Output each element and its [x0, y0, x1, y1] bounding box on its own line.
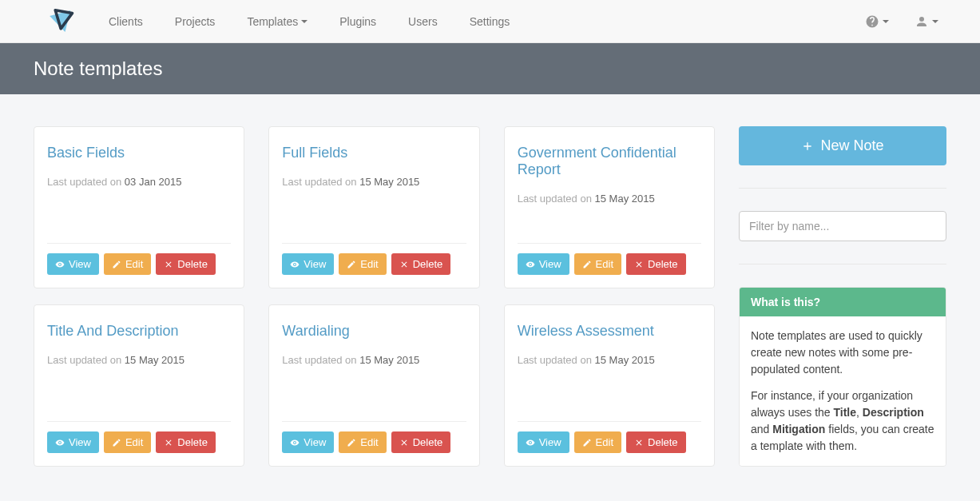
template-title[interactable]: Government Confidential Report [518, 145, 701, 178]
template-meta: Last updated on 15 May 2015 [282, 176, 466, 227]
x-icon [399, 438, 409, 447]
card-actions: View Edit Delete [282, 253, 466, 275]
delete-button[interactable]: Delete [391, 431, 451, 453]
divider [739, 264, 946, 264]
plus-icon [801, 140, 814, 153]
view-label: View [539, 436, 561, 448]
template-title[interactable]: Basic Fields [47, 145, 231, 161]
template-card: Wireless Assessment Last updated on 15 M… [504, 304, 715, 467]
pencil-icon [347, 260, 356, 269]
view-button[interactable]: View [47, 253, 99, 275]
edit-label: Edit [125, 258, 143, 270]
template-date: 15 May 2015 [595, 193, 655, 205]
help-panel: What is this? Note templates are used to… [739, 287, 946, 467]
view-button[interactable]: View [47, 431, 99, 453]
eye-icon [55, 260, 65, 269]
view-label: View [539, 258, 561, 270]
delete-button[interactable]: Delete [156, 253, 216, 275]
template-title[interactable]: Wireless Assessment [518, 323, 701, 340]
chevron-down-icon [301, 20, 307, 23]
chevron-down-icon [883, 20, 889, 23]
help-panel-heading: What is this? [740, 288, 946, 316]
last-updated-label: Last updated on [47, 354, 125, 366]
nav-projects[interactable]: Projects [159, 2, 232, 41]
eye-icon [55, 438, 65, 447]
last-updated-label: Last updated on [282, 176, 359, 188]
template-card: Wardialing Last updated on 15 May 2015 V… [268, 304, 479, 467]
delete-button[interactable]: Delete [391, 253, 451, 275]
delete-label: Delete [177, 436, 208, 448]
card-actions: View Edit Delete [47, 253, 231, 275]
template-card: Government Confidential Report Last upda… [504, 126, 715, 288]
delete-label: Delete [413, 436, 443, 448]
help-menu[interactable] [855, 6, 899, 37]
last-updated-label: Last updated on [518, 193, 595, 205]
view-button[interactable]: View [282, 431, 334, 453]
last-updated-label: Last updated on [47, 176, 125, 188]
view-button[interactable]: View [518, 431, 569, 453]
nav-settings[interactable]: Settings [454, 2, 526, 41]
template-date: 15 May 2015 [595, 354, 655, 366]
nav-right [855, 6, 948, 37]
new-note-button[interactable]: New Note [739, 126, 946, 165]
template-date: 03 Jan 2015 [125, 176, 182, 188]
main-container: Basic Fields Last updated on 03 Jan 2015… [0, 94, 980, 499]
view-button[interactable]: View [518, 253, 569, 275]
view-label: View [69, 436, 91, 448]
template-meta: Last updated on 15 May 2015 [47, 354, 231, 405]
delete-button[interactable]: Delete [626, 253, 686, 275]
delete-button[interactable]: Delete [156, 431, 216, 453]
x-icon [164, 438, 173, 447]
chevron-down-icon [932, 20, 938, 23]
template-date: 15 May 2015 [359, 354, 419, 366]
filter-input[interactable] [739, 211, 946, 241]
edit-button[interactable]: Edit [574, 431, 621, 453]
edit-label: Edit [596, 436, 613, 448]
new-note-label: New Note [820, 137, 883, 154]
view-button[interactable]: View [282, 253, 334, 275]
nav-links: Clients Projects Templates Plugins Users… [93, 2, 855, 41]
template-meta: Last updated on 03 Jan 2015 [47, 176, 231, 227]
pencil-icon [582, 438, 592, 447]
edit-button[interactable]: Edit [104, 253, 151, 275]
divider [518, 421, 701, 422]
user-icon [915, 14, 929, 29]
template-title[interactable]: Wardialing [282, 323, 466, 340]
app-logo[interactable] [48, 7, 77, 36]
template-title[interactable]: Full Fields [282, 145, 466, 161]
x-icon [634, 438, 644, 447]
user-menu[interactable] [905, 6, 948, 37]
edit-button[interactable]: Edit [339, 431, 386, 453]
divider [47, 421, 231, 422]
eye-icon [526, 438, 535, 447]
help-icon [865, 14, 879, 29]
eye-icon [290, 438, 300, 447]
edit-button[interactable]: Edit [339, 253, 386, 275]
template-cards-grid: Basic Fields Last updated on 03 Jan 2015… [34, 126, 715, 467]
nav-clients[interactable]: Clients [93, 2, 159, 41]
delete-button[interactable]: Delete [626, 431, 686, 453]
help-text-1: Note templates are used to quickly creat… [751, 328, 934, 378]
eye-icon [526, 260, 535, 269]
pencil-icon [112, 260, 121, 269]
template-meta: Last updated on 15 May 2015 [518, 354, 701, 405]
nav-users[interactable]: Users [392, 2, 454, 41]
card-actions: View Edit Delete [47, 431, 231, 453]
template-title[interactable]: Title And Description [47, 323, 231, 340]
template-meta: Last updated on 15 May 2015 [282, 354, 466, 405]
card-actions: View Edit Delete [282, 431, 466, 453]
edit-button[interactable]: Edit [104, 431, 151, 453]
view-label: View [304, 436, 326, 448]
edit-label: Edit [125, 436, 143, 448]
last-updated-label: Last updated on [518, 354, 595, 366]
card-actions: View Edit Delete [518, 431, 701, 453]
template-date: 15 May 2015 [125, 354, 184, 366]
x-icon [399, 260, 409, 269]
edit-label: Edit [360, 436, 378, 448]
edit-button[interactable]: Edit [574, 253, 621, 275]
delete-label: Delete [177, 258, 208, 270]
nav-plugins[interactable]: Plugins [323, 2, 392, 41]
card-actions: View Edit Delete [518, 253, 701, 275]
delete-label: Delete [648, 258, 678, 270]
nav-templates[interactable]: Templates [231, 2, 323, 41]
